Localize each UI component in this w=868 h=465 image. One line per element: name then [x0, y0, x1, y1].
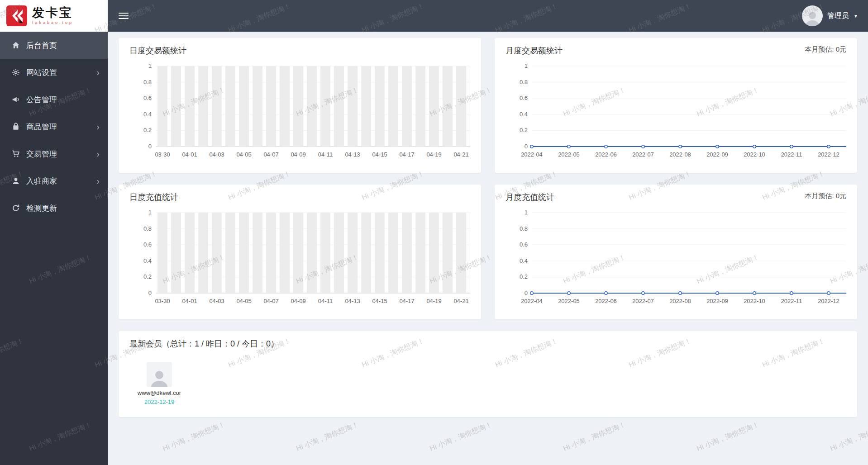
- svg-text:2022-11: 2022-11: [781, 151, 802, 158]
- svg-text:0.4: 0.4: [520, 111, 528, 118]
- daily-trade-chart: 00.20.40.60.8103-3004-0104-0304-0504-070…: [129, 60, 470, 165]
- card-monthly-trade: 月度交易额统计 本月预估: 0元 00.20.40.60.812022-0420…: [495, 38, 857, 173]
- chevron-down-icon: ▼: [854, 14, 858, 19]
- member-register-date: 2022-12-19: [144, 399, 175, 405]
- svg-text:04-11: 04-11: [318, 298, 333, 304]
- svg-text:0: 0: [525, 289, 528, 296]
- svg-text:0: 0: [525, 143, 528, 150]
- svg-text:04-07: 04-07: [263, 298, 278, 304]
- svg-text:2022-10: 2022-10: [744, 151, 765, 158]
- svg-text:04-09: 04-09: [291, 298, 305, 304]
- svg-text:04-07: 04-07: [263, 151, 278, 158]
- svg-text:2022-07: 2022-07: [632, 151, 654, 158]
- member-name: www@dkewl.cor: [138, 389, 181, 396]
- svg-text:2022-08: 2022-08: [669, 298, 691, 304]
- brand-text: 发卡宝 fakabao.top: [32, 7, 73, 25]
- svg-text:04-15: 04-15: [372, 298, 387, 304]
- sidebar-item-site-settings[interactable]: 网站设置 ›: [0, 59, 108, 86]
- svg-text:0.6: 0.6: [143, 95, 152, 101]
- svg-text:04-03: 04-03: [209, 298, 224, 304]
- gear-icon: [12, 68, 20, 76]
- card-daily-recharge: 日度充值统计 00.20.40.60.8103-3004-0104-0304-0…: [119, 185, 481, 319]
- brand-domain: fakabao.top: [32, 20, 73, 25]
- svg-text:0.4: 0.4: [143, 111, 152, 118]
- menu-toggle-icon[interactable]: [118, 8, 129, 24]
- card-title: 月度充值统计: [506, 192, 554, 203]
- svg-text:1: 1: [525, 209, 528, 216]
- svg-text:0.8: 0.8: [143, 225, 152, 232]
- member-item[interactable]: www@dkewl.cor 2022-12-19: [139, 362, 179, 405]
- brand-name: 发卡宝: [32, 7, 73, 19]
- svg-text:04-21: 04-21: [453, 298, 468, 304]
- svg-text:0.8: 0.8: [143, 79, 152, 85]
- svg-text:04-11: 04-11: [318, 151, 333, 158]
- sidebar-item-merchants[interactable]: 入驻商家 ›: [0, 167, 108, 195]
- svg-text:04-21: 04-21: [453, 151, 468, 158]
- svg-text:1: 1: [148, 62, 152, 69]
- sidebar: 发卡宝 fakabao.top 后台首页 网站设置 ›: [0, 0, 108, 465]
- svg-text:04-05: 04-05: [236, 151, 251, 158]
- sidebar-item-trades[interactable]: 交易管理 ›: [0, 140, 108, 167]
- svg-text:04-13: 04-13: [345, 298, 360, 304]
- refresh-icon: [12, 204, 20, 212]
- sidebar-item-label: 检测更新: [26, 203, 100, 214]
- monthly-recharge-chart: 00.20.40.60.812022-042022-052022-062022-…: [506, 206, 846, 311]
- chevron-right-icon: ›: [96, 122, 100, 131]
- svg-text:0.8: 0.8: [520, 79, 528, 85]
- topbar: 管理员 ▼: [108, 0, 868, 32]
- sidebar-item-label: 网站设置: [26, 67, 96, 78]
- sidebar-item-label: 后台首页: [26, 40, 100, 51]
- cart-icon: [12, 150, 20, 158]
- sidebar-menu: 后台首页 网站设置 › 公告管理 商品管理 ›: [0, 32, 108, 222]
- product-bag-icon: [12, 123, 20, 131]
- sidebar-item-label: 商品管理: [26, 122, 96, 132]
- main-content: 日度交易额统计 00.20.40.60.8103-3004-0104-0304-…: [108, 32, 868, 465]
- charts-row-2: 日度充值统计 00.20.40.60.8103-3004-0104-0304-0…: [119, 185, 857, 319]
- svg-text:0.2: 0.2: [520, 127, 528, 133]
- card-title: 日度交易额统计: [129, 45, 186, 56]
- svg-text:0.2: 0.2: [520, 273, 528, 280]
- svg-text:04-17: 04-17: [399, 298, 414, 304]
- svg-text:0.6: 0.6: [143, 241, 152, 248]
- svg-text:0.4: 0.4: [143, 257, 152, 264]
- svg-text:04-15: 04-15: [372, 151, 387, 158]
- brand-logo[interactable]: 发卡宝 fakabao.top: [0, 0, 108, 32]
- monthly-trade-chart-area: 00.20.40.60.812022-042022-052022-062022-…: [506, 60, 846, 166]
- svg-text:03-30: 03-30: [155, 151, 170, 158]
- svg-text:2022-05: 2022-05: [558, 151, 580, 158]
- monthly-trade-chart: 00.20.40.60.812022-042022-052022-062022-…: [506, 60, 846, 165]
- svg-text:04-19: 04-19: [426, 151, 441, 158]
- daily-trade-chart-area: 00.20.40.60.8103-3004-0104-0304-0504-070…: [129, 60, 470, 166]
- svg-text:0.6: 0.6: [520, 95, 528, 101]
- monthly-recharge-chart-area: 00.20.40.60.812022-042022-052022-062022-…: [506, 206, 846, 312]
- sidebar-item-dashboard[interactable]: 后台首页: [0, 32, 108, 59]
- svg-text:04-13: 04-13: [345, 151, 360, 158]
- sidebar-item-check-update[interactable]: 检测更新: [0, 195, 108, 222]
- card-title: 日度充值统计: [129, 192, 178, 203]
- svg-text:0.4: 0.4: [520, 257, 528, 264]
- svg-text:2022-06: 2022-06: [595, 298, 617, 304]
- svg-text:2022-12: 2022-12: [818, 151, 839, 158]
- chevron-right-icon: ›: [96, 68, 100, 77]
- svg-text:04-09: 04-09: [291, 151, 305, 158]
- user-menu[interactable]: 管理员 ▼: [802, 5, 858, 26]
- svg-text:04-01: 04-01: [182, 151, 197, 158]
- svg-text:0: 0: [148, 143, 152, 150]
- sidebar-item-label: 公告管理: [26, 95, 100, 105]
- svg-text:2022-04: 2022-04: [521, 151, 543, 158]
- card-monthly-recharge: 月度充值统计 本月预估: 0元 00.20.40.60.812022-04202…: [495, 185, 857, 319]
- member-avatar: [147, 362, 172, 387]
- card-title: 月度交易额统计: [506, 45, 563, 56]
- svg-text:1: 1: [148, 209, 152, 216]
- svg-text:2022-06: 2022-06: [595, 151, 617, 158]
- svg-text:04-19: 04-19: [426, 298, 441, 304]
- svg-text:2022-08: 2022-08: [669, 151, 691, 158]
- svg-text:0.6: 0.6: [520, 241, 528, 248]
- svg-text:0.8: 0.8: [520, 225, 528, 232]
- svg-text:0.2: 0.2: [143, 127, 152, 133]
- sidebar-item-products[interactable]: 商品管理 ›: [0, 113, 108, 140]
- svg-text:2022-07: 2022-07: [632, 298, 654, 304]
- daily-recharge-chart-area: 00.20.40.60.8103-3004-0104-0304-0504-070…: [129, 206, 470, 312]
- svg-text:2022-10: 2022-10: [744, 298, 765, 304]
- sidebar-item-announcements[interactable]: 公告管理: [0, 86, 108, 113]
